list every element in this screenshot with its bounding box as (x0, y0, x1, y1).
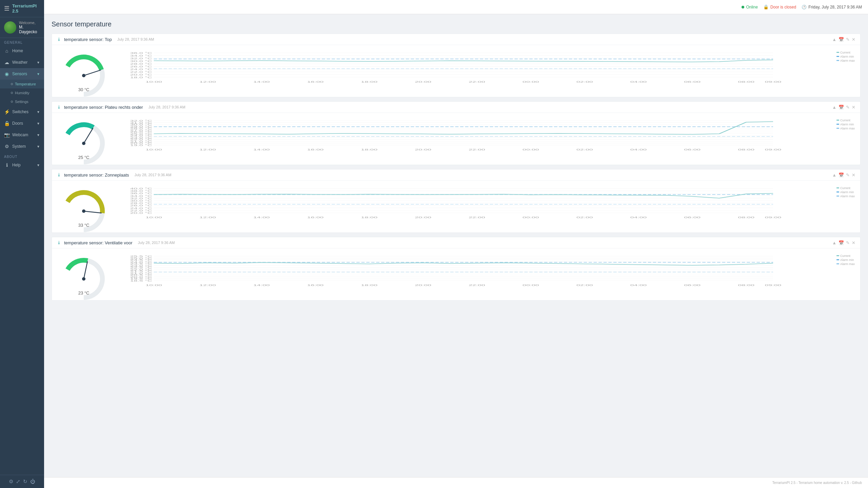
refresh-icon[interactable]: ↻ (23, 479, 27, 485)
sidebar-item-label: Sensors (12, 72, 27, 76)
sensor-header-sensor4: 🌡 temperature sensor: Ventilatie voor Ju… (52, 237, 860, 248)
expand-icon[interactable]: ⤢ (16, 479, 20, 485)
legend-dot-alarm-max (836, 263, 839, 264)
clock-icon: 🕐 (802, 5, 807, 9)
online-dot (742, 6, 744, 8)
power-icon[interactable]: ⏻ (30, 479, 35, 485)
footer: TerrariumPI 2.5 - Terrarium home automat… (44, 477, 868, 488)
legend-dot-alarm-min (836, 56, 839, 57)
svg-text:09:00: 09:00 (765, 148, 782, 151)
svg-text:16:00: 16:00 (307, 80, 324, 83)
avatar (4, 21, 16, 34)
footer-version: TerrariumPI 2.5 - Terrarium home automat… (772, 481, 862, 485)
sub-dot-icon (11, 92, 13, 94)
sensor-body-sensor2: 25 °C 32.0 °C31.0 °C30.0 °C29.0 °C28.0 °… (52, 113, 860, 165)
chart-container: 25.5 °C25.0 °C24.5 °C24.0 °C23.5 °C23.0 … (114, 253, 855, 294)
sidebar-item-label: Help (12, 163, 21, 167)
svg-text:16:00: 16:00 (307, 284, 324, 287)
sidebar-item-webcam[interactable]: 📷 Webcam ▼ (0, 129, 44, 141)
settings-bottom-icon[interactable]: ⚙ (9, 479, 13, 485)
edit-icon[interactable]: ✎ (846, 172, 850, 178)
calendar-icon[interactable]: 📅 (839, 240, 844, 245)
legend-dot-alarm-min (836, 191, 839, 192)
legend-label-alarm-max: Alarm max (840, 195, 855, 198)
legend-dot-current (836, 120, 839, 121)
close-icon[interactable]: ✕ (852, 37, 855, 42)
svg-text:20:00: 20:00 (415, 148, 431, 151)
legend-label-alarm-min: Alarm min (840, 55, 854, 58)
sensor-name: temperature sensor: Top (64, 37, 112, 42)
sidebar-item-home[interactable]: ⌂ Home (0, 45, 44, 57)
menu-toggle[interactable]: ☰ (4, 5, 9, 12)
sensor-timestamp: July 28, 2017 9:36 AM (135, 173, 172, 177)
legend-alarm-max: Alarm max (836, 127, 855, 130)
svg-text:06:00: 06:00 (684, 148, 701, 151)
chart-legend: Current Alarm min Alarm max (836, 186, 855, 198)
svg-text:02:00: 02:00 (576, 148, 593, 151)
legend-current: Current (836, 254, 855, 258)
legend-label-current: Current (840, 51, 850, 54)
sidebar-item-switches[interactable]: ⚡ Switches ▼ (0, 106, 44, 118)
general-section-label: GENERAL (0, 38, 44, 45)
svg-text:18.0 °C: 18.0 °C (130, 76, 152, 79)
collapse-icon[interactable]: ▲ (832, 105, 836, 110)
svg-text:10:00: 10:00 (145, 284, 162, 287)
sidebar-item-system[interactable]: ⚙ System ▼ (0, 141, 44, 152)
sidebar-item-doors[interactable]: 🔒 Doors ▼ (0, 118, 44, 129)
sensor-name: temperature sensor: Zonneplaats (64, 172, 129, 178)
legend-label-alarm-min: Alarm min (840, 123, 854, 126)
collapse-icon[interactable]: ▲ (832, 172, 836, 178)
sensor-body-sensor1: 30 °C 36.0 °C34.0 °C32.0 °C30.0 °C28.0 °… (52, 45, 860, 97)
sensor-body-sensor4: 23 °C 25.5 °C25.0 °C24.5 °C24.0 °C23.5 °… (52, 248, 860, 300)
legend-label-current: Current (840, 119, 850, 122)
legend-current: Current (836, 119, 855, 122)
chart-container: 36.0 °C34.0 °C32.0 °C30.0 °C28.0 °C26.0 … (114, 50, 855, 91)
svg-text:00:00: 00:00 (522, 80, 539, 83)
status-online: Online (742, 5, 758, 9)
user-section: Welcome, M. Daygecko (0, 17, 44, 38)
legend-dot-current (836, 255, 839, 256)
sidebar-item-sensors[interactable]: ◉ Sensors ▼ (0, 68, 44, 80)
svg-text:10:00: 10:00 (145, 148, 162, 151)
page-title: Sensor temperature (52, 20, 861, 28)
help-icon: ℹ (4, 162, 9, 168)
sidebar-subitem-settings[interactable]: Settings (0, 97, 44, 106)
svg-text:02:00: 02:00 (576, 216, 593, 219)
edit-icon[interactable]: ✎ (846, 37, 850, 42)
svg-text:08:00: 08:00 (738, 80, 754, 83)
sidebar-subitem-temperature[interactable]: Temperature (0, 80, 44, 88)
close-icon[interactable]: ✕ (852, 240, 855, 245)
sensor-timestamp: July 28, 2017 9:36 AM (117, 37, 154, 41)
svg-text:06:00: 06:00 (684, 80, 701, 83)
sidebar-subitem-humidity[interactable]: Humidity (0, 88, 44, 97)
webcam-icon: 📷 (4, 132, 9, 138)
close-icon[interactable]: ✕ (852, 172, 855, 178)
svg-text:20:00: 20:00 (415, 216, 431, 219)
lock-icon: 🔒 (763, 4, 769, 9)
collapse-icon[interactable]: ▲ (832, 240, 836, 245)
svg-text:00:00: 00:00 (522, 148, 539, 151)
calendar-icon[interactable]: 📅 (839, 105, 844, 110)
edit-icon[interactable]: ✎ (846, 240, 850, 245)
svg-text:10:00: 10:00 (145, 80, 162, 83)
sub-dot-icon (11, 101, 13, 103)
svg-point-1 (82, 74, 85, 77)
svg-text:14:00: 14:00 (253, 148, 270, 151)
welcome-text: Welcome, (19, 21, 40, 25)
sidebar-item-help[interactable]: ℹ Help ▼ (0, 159, 44, 171)
svg-text:20:00: 20:00 (415, 284, 431, 287)
gauge-value: 25 °C (78, 155, 90, 160)
svg-text:14:00: 14:00 (253, 216, 270, 219)
svg-text:18:00: 18:00 (361, 284, 378, 287)
sidebar-item-weather[interactable]: ☁ Weather ▼ (0, 57, 44, 68)
sensor-actions: ▲ 📅 ✎ ✕ (832, 37, 855, 42)
collapse-icon[interactable]: ▲ (832, 37, 836, 42)
svg-line-82 (84, 211, 101, 213)
sensor-actions: ▲ 📅 ✎ ✕ (832, 172, 855, 178)
sidebar-item-label: Webcam (12, 133, 28, 137)
calendar-icon[interactable]: 📅 (839, 172, 844, 178)
calendar-icon[interactable]: 📅 (839, 37, 844, 42)
edit-icon[interactable]: ✎ (846, 105, 850, 110)
close-icon[interactable]: ✕ (852, 105, 855, 110)
gauge-container: 30 °C (57, 48, 111, 92)
